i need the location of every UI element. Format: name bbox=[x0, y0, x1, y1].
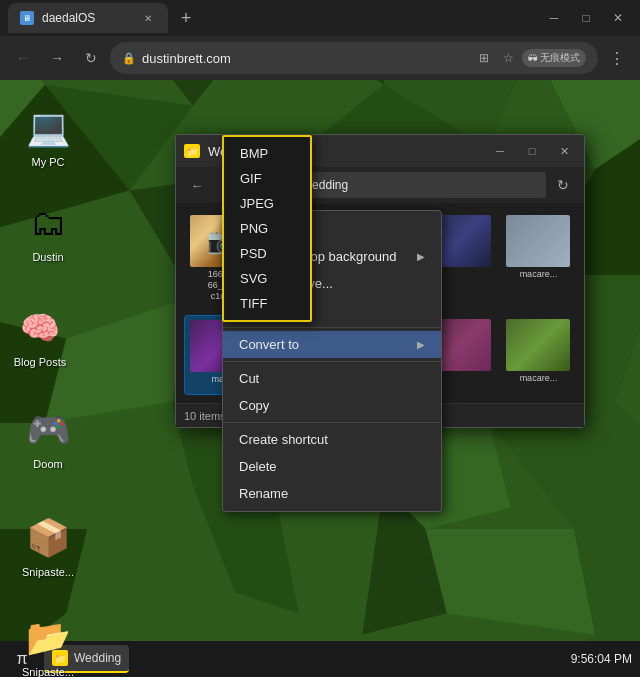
cm-separator-sep2 bbox=[223, 361, 441, 362]
browser-window-controls: ─ □ ✕ bbox=[540, 4, 632, 32]
cm-item-convert-to[interactable]: Convert to▶ bbox=[223, 331, 441, 358]
cm-item-create-shortcut[interactable]: Create shortcut bbox=[223, 426, 441, 453]
submenu-item-png[interactable]: PNG bbox=[224, 216, 310, 241]
fm-thumb-9 bbox=[506, 319, 570, 371]
desktop-area: 💻 My PC 🗂 Dustin 🧠 Blog Posts 🎮 Doom 📦 S… bbox=[0, 80, 640, 641]
blog-posts-icon: 🧠 bbox=[16, 304, 64, 352]
snipaste1-icon: 📦 bbox=[24, 514, 72, 562]
fm-item-count: 10 items bbox=[184, 410, 226, 422]
browser-titlebar: 🖥 daedalOS ✕ + ─ □ ✕ bbox=[0, 0, 640, 36]
browser-close-button[interactable]: ✕ bbox=[604, 4, 632, 32]
cm-item-rename[interactable]: Rename bbox=[223, 480, 441, 507]
cm-item-label-copy: Copy bbox=[239, 398, 269, 413]
fm-back-button[interactable]: ← bbox=[184, 172, 210, 198]
tab-favicon: 🖥 bbox=[20, 11, 34, 25]
cm-item-label-create-shortcut: Create shortcut bbox=[239, 432, 328, 447]
submenu-item-bmp[interactable]: BMP bbox=[224, 141, 310, 166]
browser-maximize-button[interactable]: □ bbox=[572, 4, 600, 32]
cm-item-label-delete: Delete bbox=[239, 459, 277, 474]
convert-to-submenu: BMPGIFJPEGPNGPSDSVGTIFF bbox=[222, 135, 312, 322]
nav-back-button[interactable]: ← bbox=[8, 43, 38, 73]
tab-label: daedalOS bbox=[42, 11, 95, 25]
lock-icon: 🔒 bbox=[122, 52, 136, 65]
blog-posts-label: Blog Posts bbox=[14, 356, 67, 369]
fm-item-9[interactable]: macare... bbox=[501, 315, 576, 395]
submenu-item-psd[interactable]: PSD bbox=[224, 241, 310, 266]
favorites-icon[interactable]: ☆ bbox=[498, 48, 518, 68]
fm-close-button[interactable]: ✕ bbox=[552, 139, 576, 163]
my-pc-label: My PC bbox=[32, 156, 65, 169]
fm-item-label-4: macare... bbox=[520, 269, 558, 280]
translate-icon[interactable]: ⊞ bbox=[474, 48, 494, 68]
snipaste1-label: Snipaste... bbox=[22, 566, 74, 579]
cm-item-delete[interactable]: Delete bbox=[223, 453, 441, 480]
cm-item-copy[interactable]: Copy bbox=[223, 392, 441, 419]
taskbar-clock: 9:56:04 PM bbox=[571, 652, 632, 666]
cm-arrow-convert-to: ▶ bbox=[417, 339, 425, 350]
fm-item-4[interactable]: macare... bbox=[501, 211, 576, 311]
tab-close-button[interactable]: ✕ bbox=[140, 10, 156, 26]
cm-item-cut[interactable]: Cut bbox=[223, 365, 441, 392]
submenu-item-tiff[interactable]: TIFF bbox=[224, 291, 310, 316]
cm-item-label-cut: Cut bbox=[239, 371, 259, 386]
private-mode-badge: 🕶 无痕模式 bbox=[522, 49, 586, 67]
doom-label: Doom bbox=[33, 458, 62, 471]
fm-thumb-4 bbox=[506, 215, 570, 267]
cm-item-label-convert-to: Convert to bbox=[239, 337, 299, 352]
nav-reload-button[interactable]: ↻ bbox=[76, 43, 106, 73]
my-pc-icon: 💻 bbox=[24, 104, 72, 152]
desktop-icon-dustin[interactable]: 🗂 Dustin bbox=[12, 195, 84, 268]
browser-menu-button[interactable]: ⋮ bbox=[602, 43, 632, 73]
browser-toolbar: ← → ↻ 🔒 dustinbrett.com ⊞ ☆ 🕶 无痕模式 ⋮ bbox=[0, 36, 640, 80]
snipaste2-icon: 📂 bbox=[24, 614, 72, 662]
browser-tab[interactable]: 🖥 daedalOS ✕ bbox=[8, 3, 168, 33]
fm-refresh-button[interactable]: ↻ bbox=[550, 172, 576, 198]
submenu-item-jpeg[interactable]: JPEG bbox=[224, 191, 310, 216]
browser-minimize-button[interactable]: ─ bbox=[540, 4, 568, 32]
fm-minimize-button[interactable]: ─ bbox=[488, 139, 512, 163]
desktop-icon-doom[interactable]: 🎮 Doom bbox=[12, 402, 84, 475]
address-bar[interactable]: 🔒 dustinbrett.com ⊞ ☆ 🕶 无痕模式 bbox=[110, 42, 598, 74]
address-text: dustinbrett.com bbox=[142, 51, 468, 66]
fm-address-bar[interactable]: 📁 Wedding bbox=[274, 172, 546, 198]
cm-arrow-set-desktop-bg: ▶ bbox=[417, 251, 425, 262]
fm-folder-icon: 📁 bbox=[184, 144, 200, 158]
address-icons: ⊞ ☆ 🕶 无痕模式 bbox=[474, 48, 586, 68]
submenu-item-svg[interactable]: SVG bbox=[224, 266, 310, 291]
desktop-icon-snipaste2[interactable]: 📂 Snipaste... bbox=[12, 610, 84, 677]
cm-separator-sep3 bbox=[223, 422, 441, 423]
desktop-icon-my-pc[interactable]: 💻 My PC bbox=[12, 100, 84, 173]
browser-window: 🖥 daedalOS ✕ + ─ □ ✕ ← → ↻ 🔒 dustinbrett… bbox=[0, 0, 640, 677]
doom-icon: 🎮 bbox=[24, 406, 72, 454]
dustin-label: Dustin bbox=[32, 251, 63, 264]
desktop-icon-blog-posts[interactable]: 🧠 Blog Posts bbox=[4, 300, 76, 373]
new-tab-button[interactable]: + bbox=[172, 4, 200, 32]
taskbar: π 📁 Wedding 9:56:04 PM bbox=[0, 641, 640, 677]
cm-separator-sep1 bbox=[223, 327, 441, 328]
dustin-icon: 🗂 bbox=[24, 199, 72, 247]
snipaste2-label: Snipaste... bbox=[22, 666, 74, 677]
nav-forward-button[interactable]: → bbox=[42, 43, 72, 73]
cm-item-label-rename: Rename bbox=[239, 486, 288, 501]
desktop-icon-snipaste1[interactable]: 📦 Snipaste... bbox=[12, 510, 84, 583]
submenu-item-gif[interactable]: GIF bbox=[224, 166, 310, 191]
fm-maximize-button[interactable]: □ bbox=[520, 139, 544, 163]
fm-item-label-9: macare... bbox=[520, 373, 558, 384]
